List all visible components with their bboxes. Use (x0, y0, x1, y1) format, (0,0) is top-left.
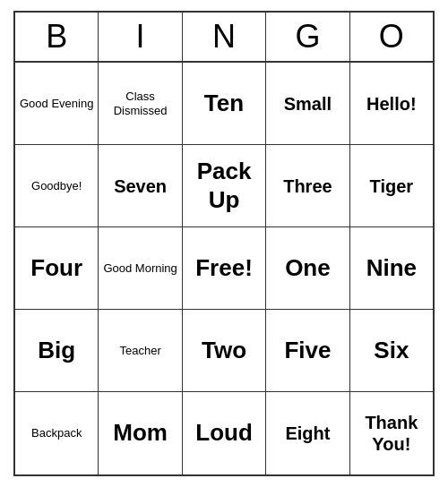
bingo-cell: Free! (183, 227, 266, 310)
bingo-cell: Pack Up (183, 145, 266, 227)
bingo-cell: Hello! (350, 63, 433, 145)
header-letter: B (15, 13, 99, 63)
bingo-cell: Three (266, 145, 349, 227)
bingo-grid: Good EveningClass DismissedTenSmallHello… (15, 63, 433, 474)
bingo-cell: One (266, 227, 349, 310)
bingo-cell: Thank You! (350, 392, 433, 474)
header-letter: I (99, 13, 182, 63)
bingo-cell: Eight (266, 392, 349, 474)
bingo-row: Good EveningClass DismissedTenSmallHello… (15, 63, 433, 145)
bingo-cell: Good Evening (15, 63, 99, 145)
bingo-cell: Seven (99, 145, 182, 227)
bingo-header: BINGO (15, 13, 433, 63)
bingo-cell: Class Dismissed (99, 63, 182, 145)
bingo-cell: Ten (183, 63, 266, 145)
bingo-row: BigTeacherTwoFiveSix (15, 310, 433, 392)
bingo-cell: Nine (350, 227, 433, 310)
bingo-cell: Backpack (15, 392, 99, 474)
bingo-cell: Mom (99, 392, 182, 474)
bingo-card: BINGO Good EveningClass DismissedTenSmal… (13, 11, 435, 476)
bingo-row: BackpackMomLoudEightThank You! (15, 392, 433, 474)
bingo-row: FourGood MorningFree!OneNine (15, 227, 433, 310)
bingo-cell: Two (183, 310, 266, 392)
bingo-cell: Four (15, 227, 99, 310)
bingo-cell: Goodbye! (15, 145, 99, 227)
header-letter: G (266, 13, 349, 63)
bingo-cell: Loud (183, 392, 266, 474)
bingo-cell: Big (15, 310, 99, 392)
header-letter: N (183, 13, 266, 63)
bingo-cell: Five (266, 310, 349, 392)
bingo-cell: Small (266, 63, 349, 145)
bingo-cell: Six (350, 310, 433, 392)
bingo-cell: Teacher (99, 310, 182, 392)
header-letter: O (350, 13, 433, 63)
bingo-row: Goodbye!SevenPack UpThreeTiger (15, 145, 433, 227)
bingo-cell: Good Morning (99, 227, 182, 310)
bingo-cell: Tiger (350, 145, 433, 227)
